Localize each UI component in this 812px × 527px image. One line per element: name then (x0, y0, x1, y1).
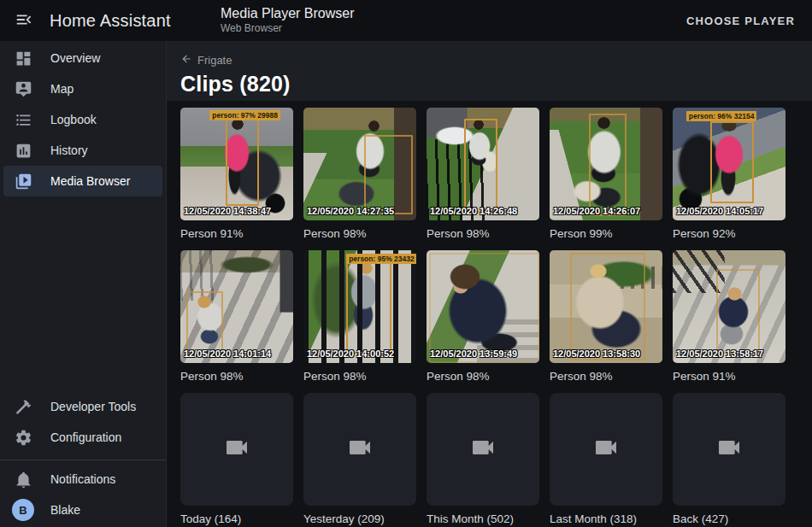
sidebar-item-user[interactable]: B Blake (3, 495, 162, 525)
page-header-subtitle: Web Browser (221, 22, 355, 35)
sidebar-item-logbook[interactable]: Logbook (3, 104, 162, 135)
sidebar-item-label: Logbook (50, 113, 97, 126)
sidebar-item-map[interactable]: Map (3, 73, 162, 104)
clip-card[interactable]: 12/05/2020 13:58:17 Person 91% (673, 250, 786, 384)
arrow-left-icon (180, 53, 192, 67)
clip-caption: Person 98% (550, 369, 662, 384)
breadcrumb-back-button[interactable]: Frigate (166, 41, 232, 67)
folder-card[interactable]: This Month (502) (427, 393, 539, 526)
clip-timestamp: 12/05/2020 14:26:07 (553, 206, 640, 216)
folder-caption: Back (427) (673, 512, 786, 526)
chart-box-icon (14, 141, 32, 160)
detection-bounding-box (186, 291, 224, 355)
detection-bounding-box (710, 121, 755, 203)
clip-timestamp: 12/05/2020 13:58:30 (553, 348, 640, 359)
clip-thumbnail: 12/05/2020 14:27:35 (303, 108, 416, 220)
clip-card[interactable]: 12/05/2020 13:59:49 Person 98% (427, 250, 539, 384)
sidebar-item-label: Overview (50, 51, 100, 65)
folder-caption: This Month (502) (427, 512, 539, 526)
menu-open-icon (15, 10, 33, 32)
clip-caption: Person 92% (673, 226, 786, 241)
clip-caption: Person 98% (427, 369, 539, 384)
sidebar-nav: Overview Map Logbook History Media Brows… (0, 41, 166, 196)
folder-caption: Yesterday (209) (303, 512, 416, 526)
clip-timestamp: 12/05/2020 14:05:17 (676, 206, 763, 216)
clip-timestamp: 12/05/2020 13:59:49 (430, 348, 517, 359)
list-bulleted-icon (14, 110, 32, 129)
sidebar-item-label: History (50, 143, 88, 157)
clip-timestamp: 12/05/2020 14:00:52 (307, 348, 394, 359)
play-box-multiple-icon (14, 172, 32, 190)
hammer-icon (14, 397, 32, 416)
clip-timestamp: 12/05/2020 14:38:47 (184, 206, 271, 216)
sidebar-item-overview[interactable]: Overview (3, 43, 162, 73)
page-header: Media Player Browser Web Browser (221, 5, 355, 35)
detection-bounding-box (464, 119, 498, 213)
folder-tile (303, 393, 416, 506)
clips-grid: person: 97% 29988 12/05/2020 14:38:47 Pe… (180, 108, 786, 526)
folder-caption: Last Month (318) (550, 512, 662, 526)
page-header-title: Media Player Browser (221, 5, 355, 22)
clip-card[interactable]: 12/05/2020 14:26:48 Person 98% (427, 108, 539, 241)
folder-tile (427, 393, 539, 506)
detection-bounding-box (226, 117, 260, 206)
sidebar-item-notifications[interactable]: Notifications (3, 464, 162, 495)
folder-tile (180, 393, 293, 506)
detection-bounding-box (364, 135, 413, 215)
folder-caption: Today (164) (180, 512, 293, 526)
video-camera-icon (341, 434, 379, 465)
detection-bounding-box (716, 269, 759, 354)
menu-toggle-button[interactable] (3, 0, 44, 41)
folder-card[interactable]: Yesterday (209) (303, 393, 416, 526)
detection-bounding-box (570, 253, 645, 361)
folder-tile (673, 393, 786, 506)
user-name: Blake (50, 503, 80, 517)
detection-label: person: 97% 29988 (209, 110, 280, 120)
clip-thumbnail: person: 96% 32154 12/05/2020 14:05:17 (673, 108, 786, 220)
video-camera-icon (218, 434, 256, 465)
bell-icon (14, 470, 32, 489)
video-camera-icon (464, 434, 502, 465)
clip-timestamp: 12/05/2020 14:01:14 (184, 348, 271, 359)
view-dashboard-icon (14, 49, 32, 67)
account-tooltip-icon (14, 79, 32, 98)
top-app-bar: Home Assistant Media Player Browser Web … (0, 0, 812, 41)
folder-card[interactable]: Today (164) (180, 393, 293, 526)
sidebar-divider (0, 460, 166, 460)
clip-card[interactable]: 12/05/2020 14:27:35 Person 98% (303, 108, 416, 241)
clip-thumbnail: 12/05/2020 13:59:49 (427, 250, 539, 363)
avatar: B (12, 499, 34, 521)
clip-card[interactable]: person: 96% 32154 12/05/2020 14:05:17 Pe… (673, 108, 786, 241)
clip-thumbnail: 12/05/2020 13:58:30 (550, 250, 662, 363)
sidebar-item-media-browser[interactable]: Media Browser (3, 166, 162, 196)
clip-card[interactable]: 12/05/2020 14:01:14 Person 98% (180, 250, 293, 384)
sidebar-item-configuration[interactable]: Configuration (3, 422, 162, 453)
clip-card[interactable]: 12/05/2020 13:58:30 Person 98% (550, 250, 662, 384)
clip-caption: Person 98% (180, 369, 293, 384)
clip-thumbnail: 12/05/2020 14:26:48 (427, 108, 539, 220)
clip-thumbnail: 12/05/2020 14:01:14 (180, 250, 293, 363)
sidebar-item-label: Media Browser (50, 174, 130, 188)
clip-card[interactable]: 12/05/2020 14:26:07 Person 99% (550, 108, 662, 241)
video-camera-icon (710, 434, 748, 465)
clip-caption: Person 98% (427, 226, 539, 241)
folder-tile (550, 393, 662, 506)
clip-timestamp: 12/05/2020 14:27:35 (307, 206, 394, 216)
content-header: Frigate Clips (820) (166, 41, 812, 101)
folder-card[interactable]: Back (427) (673, 393, 786, 526)
page-title: Clips (820) (166, 67, 812, 97)
sidebar-footer: Developer Tools Configuration Notificati… (0, 391, 166, 527)
video-camera-icon (587, 434, 625, 465)
clip-thumbnail: 12/05/2020 13:58:17 (673, 250, 786, 363)
clip-card[interactable]: person: 97% 29988 12/05/2020 14:38:47 Pe… (180, 108, 293, 241)
folder-card[interactable]: Last Month (318) (550, 393, 662, 526)
detection-bounding-box (589, 114, 627, 216)
sidebar-item-history[interactable]: History (3, 135, 162, 166)
clip-thumbnail: 12/05/2020 14:26:07 (550, 108, 662, 220)
detection-bounding-box (346, 261, 391, 354)
clip-card[interactable]: person: 95% 23432 12/05/2020 14:00:52 Pe… (303, 250, 416, 384)
clip-caption: Person 91% (673, 369, 786, 384)
detection-bounding-box (429, 253, 539, 363)
sidebar-item-developer-tools[interactable]: Developer Tools (3, 391, 162, 422)
choose-player-button[interactable]: CHOOSE PLAYER (681, 0, 800, 41)
